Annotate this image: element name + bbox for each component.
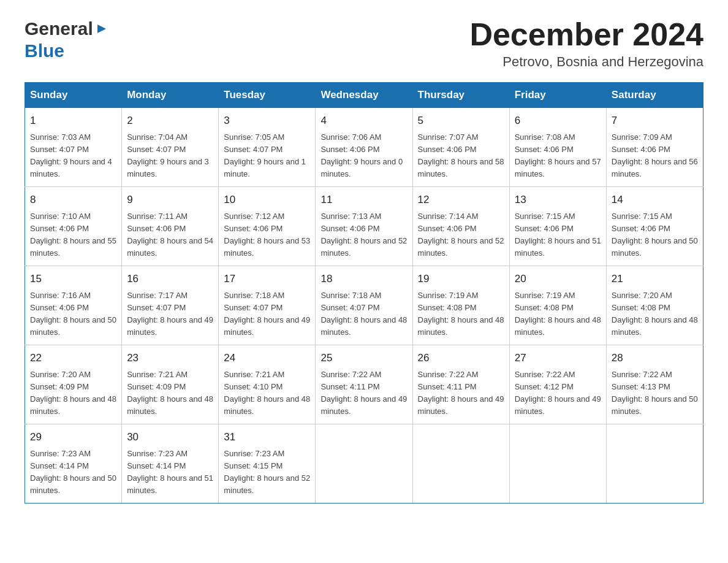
day-number: 2 [127, 113, 213, 129]
calendar-cell-w1-d1: 1 Sunrise: 7:03 AMSunset: 4:07 PMDayligh… [25, 108, 122, 187]
day-info: Sunrise: 7:21 AMSunset: 4:10 PMDaylight:… [224, 370, 310, 416]
day-info: Sunrise: 7:21 AMSunset: 4:09 PMDaylight:… [127, 370, 213, 416]
calendar-cell-w1-d4: 4 Sunrise: 7:06 AMSunset: 4:06 PMDayligh… [316, 108, 412, 187]
calendar-cell-w3-d3: 17 Sunrise: 7:18 AMSunset: 4:07 PMDaylig… [219, 266, 316, 345]
day-info: Sunrise: 7:13 AMSunset: 4:06 PMDaylight:… [320, 212, 407, 258]
day-info: Sunrise: 7:18 AMSunset: 4:07 PMDaylight:… [320, 291, 407, 337]
calendar-cell-w1-d5: 5 Sunrise: 7:07 AMSunset: 4:06 PMDayligh… [412, 108, 509, 187]
calendar-week-1: 1 Sunrise: 7:03 AMSunset: 4:07 PMDayligh… [25, 108, 703, 187]
day-info: Sunrise: 7:15 AMSunset: 4:06 PMDaylight:… [612, 212, 698, 258]
calendar-cell-w4-d4: 25 Sunrise: 7:22 AMSunset: 4:11 PMDaylig… [316, 345, 412, 424]
calendar-week-3: 15 Sunrise: 7:16 AMSunset: 4:06 PMDaylig… [25, 266, 703, 345]
day-number: 29 [30, 429, 116, 445]
calendar-cell-w5-d6 [509, 424, 606, 504]
day-info: Sunrise: 7:08 AMSunset: 4:06 PMDaylight:… [515, 132, 601, 178]
calendar-cell-w4-d6: 27 Sunrise: 7:22 AMSunset: 4:12 PMDaylig… [509, 345, 606, 424]
calendar-cell-w2-d1: 8 Sunrise: 7:10 AMSunset: 4:06 PMDayligh… [25, 187, 122, 266]
day-info: Sunrise: 7:23 AMSunset: 4:15 PMDaylight:… [224, 449, 310, 495]
day-number: 23 [127, 350, 213, 366]
day-info: Sunrise: 7:09 AMSunset: 4:06 PMDaylight:… [612, 132, 698, 178]
calendar-cell-w2-d6: 13 Sunrise: 7:15 AMSunset: 4:06 PMDaylig… [509, 187, 606, 266]
day-info: Sunrise: 7:03 AMSunset: 4:07 PMDaylight:… [30, 132, 112, 178]
location-text: Petrovo, Bosnia and Herzegovina [469, 54, 703, 70]
day-number: 31 [224, 429, 310, 445]
calendar-cell-w4-d1: 22 Sunrise: 7:20 AMSunset: 4:09 PMDaylig… [25, 345, 122, 424]
day-info: Sunrise: 7:16 AMSunset: 4:06 PMDaylight:… [30, 291, 116, 337]
calendar-cell-w3-d6: 20 Sunrise: 7:19 AMSunset: 4:08 PMDaylig… [509, 266, 606, 345]
day-number: 26 [418, 350, 504, 366]
calendar-cell-w5-d1: 29 Sunrise: 7:23 AMSunset: 4:14 PMDaylig… [25, 424, 122, 504]
calendar-cell-w2-d2: 9 Sunrise: 7:11 AMSunset: 4:06 PMDayligh… [122, 187, 219, 266]
day-number: 7 [612, 113, 698, 129]
title-section: December 2024 Petrovo, Bosnia and Herzeg… [469, 18, 703, 70]
day-info: Sunrise: 7:05 AMSunset: 4:07 PMDaylight:… [224, 132, 306, 178]
logo-general-text: General [25, 18, 93, 39]
day-info: Sunrise: 7:15 AMSunset: 4:06 PMDaylight:… [515, 212, 601, 258]
calendar-cell-w1-d7: 7 Sunrise: 7:09 AMSunset: 4:06 PMDayligh… [606, 108, 703, 187]
day-number: 6 [515, 113, 601, 129]
day-number: 13 [515, 192, 601, 208]
day-number: 22 [30, 350, 116, 366]
day-number: 14 [612, 192, 698, 208]
calendar-cell-w1-d3: 3 Sunrise: 7:05 AMSunset: 4:07 PMDayligh… [219, 108, 316, 187]
logo: General Blue [25, 18, 108, 61]
calendar-cell-w3-d5: 19 Sunrise: 7:19 AMSunset: 4:08 PMDaylig… [412, 266, 509, 345]
calendar-cell-w4-d2: 23 Sunrise: 7:21 AMSunset: 4:09 PMDaylig… [122, 345, 219, 424]
day-info: Sunrise: 7:20 AMSunset: 4:08 PMDaylight:… [612, 291, 698, 337]
day-number: 17 [224, 271, 310, 287]
day-info: Sunrise: 7:22 AMSunset: 4:12 PMDaylight:… [515, 370, 601, 416]
day-number: 8 [30, 192, 116, 208]
day-info: Sunrise: 7:07 AMSunset: 4:06 PMDaylight:… [418, 132, 504, 178]
col-monday: Monday [122, 83, 219, 108]
calendar-cell-w1-d2: 2 Sunrise: 7:04 AMSunset: 4:07 PMDayligh… [122, 108, 219, 187]
day-number: 16 [127, 271, 213, 287]
day-number: 24 [224, 350, 310, 366]
logo-blue-text: Blue [25, 40, 64, 61]
calendar-week-5: 29 Sunrise: 7:23 AMSunset: 4:14 PMDaylig… [25, 424, 703, 504]
calendar-cell-w2-d3: 10 Sunrise: 7:12 AMSunset: 4:06 PMDaylig… [219, 187, 316, 266]
day-number: 10 [224, 192, 310, 208]
day-number: 5 [418, 113, 504, 129]
day-info: Sunrise: 7:18 AMSunset: 4:07 PMDaylight:… [224, 291, 310, 337]
day-number: 20 [515, 271, 601, 287]
day-number: 28 [612, 350, 698, 366]
day-number: 3 [224, 113, 310, 129]
calendar-cell-w3-d1: 15 Sunrise: 7:16 AMSunset: 4:06 PMDaylig… [25, 266, 122, 345]
calendar-cell-w4-d5: 26 Sunrise: 7:22 AMSunset: 4:11 PMDaylig… [412, 345, 509, 424]
day-number: 27 [515, 350, 601, 366]
calendar-cell-w5-d3: 31 Sunrise: 7:23 AMSunset: 4:15 PMDaylig… [219, 424, 316, 504]
day-info: Sunrise: 7:06 AMSunset: 4:06 PMDaylight:… [320, 132, 403, 178]
calendar-table: Sunday Monday Tuesday Wednesday Thursday… [25, 82, 703, 504]
day-number: 1 [30, 113, 116, 129]
calendar-cell-w5-d2: 30 Sunrise: 7:23 AMSunset: 4:14 PMDaylig… [122, 424, 219, 504]
calendar-cell-w4-d3: 24 Sunrise: 7:21 AMSunset: 4:10 PMDaylig… [219, 345, 316, 424]
col-wednesday: Wednesday [316, 83, 412, 108]
day-info: Sunrise: 7:20 AMSunset: 4:09 PMDaylight:… [30, 370, 116, 416]
calendar-cell-w4-d7: 28 Sunrise: 7:22 AMSunset: 4:13 PMDaylig… [606, 345, 703, 424]
month-title: December 2024 [469, 18, 703, 50]
day-info: Sunrise: 7:12 AMSunset: 4:06 PMDaylight:… [224, 212, 310, 258]
logo-arrow-icon [95, 22, 108, 38]
col-tuesday: Tuesday [219, 83, 316, 108]
calendar-cell-w3-d7: 21 Sunrise: 7:20 AMSunset: 4:08 PMDaylig… [606, 266, 703, 345]
day-number: 11 [320, 192, 407, 208]
day-number: 12 [418, 192, 504, 208]
day-info: Sunrise: 7:11 AMSunset: 4:06 PMDaylight:… [127, 212, 213, 258]
logo-blue-line: Blue [25, 40, 108, 61]
col-friday: Friday [509, 83, 606, 108]
logo-general-line: General [25, 18, 108, 40]
page-header: General Blue December 2024 Petrovo, Bosn… [25, 18, 703, 70]
calendar-week-4: 22 Sunrise: 7:20 AMSunset: 4:09 PMDaylig… [25, 345, 703, 424]
day-number: 21 [612, 271, 698, 287]
calendar-cell-w5-d5 [412, 424, 509, 504]
day-info: Sunrise: 7:22 AMSunset: 4:13 PMDaylight:… [612, 370, 698, 416]
day-info: Sunrise: 7:04 AMSunset: 4:07 PMDaylight:… [127, 132, 209, 178]
calendar-cell-w5-d7 [606, 424, 703, 504]
day-info: Sunrise: 7:19 AMSunset: 4:08 PMDaylight:… [418, 291, 504, 337]
day-info: Sunrise: 7:14 AMSunset: 4:06 PMDaylight:… [418, 212, 504, 258]
day-number: 19 [418, 271, 504, 287]
day-info: Sunrise: 7:23 AMSunset: 4:14 PMDaylight:… [127, 449, 213, 495]
calendar-cell-w5-d4 [316, 424, 412, 504]
day-info: Sunrise: 7:17 AMSunset: 4:07 PMDaylight:… [127, 291, 213, 337]
day-info: Sunrise: 7:19 AMSunset: 4:08 PMDaylight:… [515, 291, 601, 337]
